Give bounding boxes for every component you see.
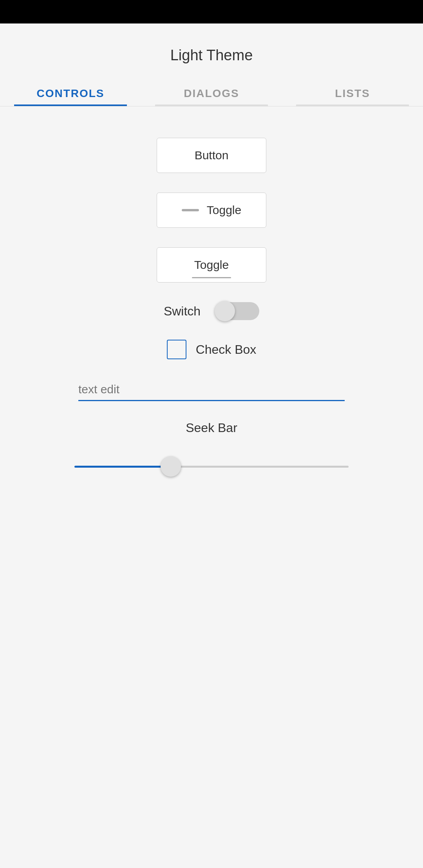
text-edit-input[interactable] — [78, 383, 345, 396]
tabs-container: CONTROLS DIALOGS LISTS — [0, 79, 423, 106]
checkbox-row: Check Box — [94, 340, 329, 359]
toggle-off-icon — [182, 209, 199, 211]
switch-row: Switch — [94, 302, 329, 320]
toggle-off-control[interactable]: Toggle — [157, 193, 266, 228]
tab-controls[interactable]: CONTROLS — [0, 79, 141, 106]
tab-dialogs-label: DIALOGS — [184, 87, 239, 100]
toggle-on-control[interactable]: Toggle — [157, 247, 266, 283]
toggle-on-label: Toggle — [194, 258, 229, 272]
content-area: Button Toggle Toggle Switch Check Box Se… — [0, 130, 423, 510]
tab-lists-label: LISTS — [335, 87, 370, 100]
switch-control[interactable] — [216, 302, 259, 320]
page-title-container: Light Theme — [0, 23, 423, 79]
toggle-off-label: Toggle — [207, 203, 241, 217]
seek-bar-empty — [168, 466, 349, 468]
status-bar — [0, 0, 423, 23]
text-edit-container — [78, 379, 345, 401]
tab-dialogs[interactable]: DIALOGS — [141, 79, 282, 106]
button-control[interactable]: Button — [157, 138, 266, 173]
tab-lists[interactable]: LISTS — [282, 79, 423, 106]
tab-lists-underline — [296, 104, 409, 106]
page-title: Light Theme — [170, 47, 253, 64]
toggle-on-underline — [192, 277, 231, 278]
seek-bar-thumb[interactable] — [161, 456, 181, 477]
button-control-label: Button — [195, 149, 229, 162]
tab-dialogs-underline — [155, 104, 268, 106]
seek-bar-container — [74, 455, 349, 478]
checkbox-control[interactable] — [167, 340, 186, 359]
seek-bar-label: Seek Bar — [186, 421, 237, 435]
switch-label: Switch — [164, 304, 201, 319]
checkbox-label: Check Box — [196, 342, 257, 357]
seek-bar-filled — [74, 466, 168, 468]
switch-thumb — [215, 301, 235, 321]
tab-controls-label: CONTROLS — [36, 87, 104, 100]
tab-controls-underline — [14, 104, 127, 106]
